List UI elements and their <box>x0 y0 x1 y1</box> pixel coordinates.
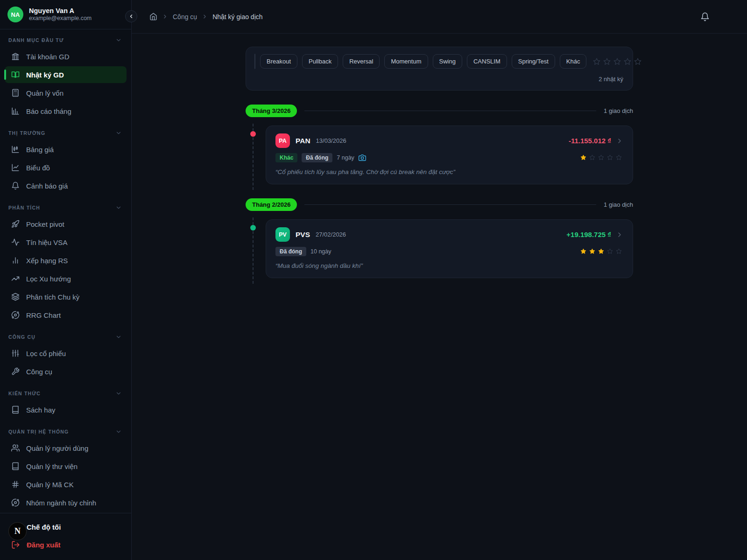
filter-pill-canslim[interactable]: CANSLIM <box>467 54 507 69</box>
month-badge: Tháng 3/2026 <box>246 105 297 117</box>
timeline-dot <box>250 131 256 137</box>
star-icon[interactable] <box>624 58 631 65</box>
home-icon[interactable] <box>149 13 157 21</box>
sidebar-item-t-n-hi-u-vsa[interactable]: Tín hiệu VSA <box>5 234 127 251</box>
sidebar-collapse-button[interactable] <box>125 10 137 22</box>
sidebar-section-header[interactable]: Thị trường <box>0 130 131 136</box>
sidebar-section-header[interactable]: Danh mục đầu tư <box>0 37 131 43</box>
sidebar-item-c-ng-c-[interactable]: Công cụ <box>5 363 127 380</box>
chevron-down-icon <box>115 204 122 211</box>
sidebar-item-b-ng-gi-[interactable]: Bảng giá <box>5 141 127 158</box>
chevron-right-icon[interactable] <box>616 231 623 238</box>
star-icon[interactable] <box>580 248 588 255</box>
filter-pill-pullback[interactable]: Pullback <box>302 54 338 69</box>
sidebar-item-ph-n-t-ch-chu-k-[interactable]: Phân tích Chu kỳ <box>5 288 127 305</box>
timeline-entry: PV PVS 27/02/2026 +19.198.725 ₫ Đã đóng … <box>246 219 633 278</box>
activity-icon <box>11 238 20 246</box>
sidebar-section-header[interactable]: Phân tích <box>0 204 131 211</box>
star-icon[interactable] <box>634 58 641 65</box>
chevron-down-icon <box>115 428 122 435</box>
sidebar-section-title: Thị trường <box>8 130 45 136</box>
sidebar-item-label: Pocket pivot <box>26 220 64 228</box>
strategy-tag-badge: Khác <box>275 153 297 162</box>
sidebar-item-qu-n-l-th-vi-n[interactable]: Quản lý thư viện <box>5 458 127 475</box>
sidebar-nav: Danh mục đầu tư Tài khoản GD Nhật ký GD … <box>0 29 131 513</box>
ticker-symbol: PAN <box>296 137 310 145</box>
layers-icon <box>11 293 20 301</box>
sliders-icon <box>11 349 20 357</box>
star-icon[interactable] <box>589 154 597 161</box>
sidebar-item-nh-m-ng-nh-t-y-ch-nh[interactable]: Nhóm ngành tùy chỉnh <box>5 494 127 511</box>
candlestick-icon <box>11 145 20 154</box>
sidebar-item-nh-t-k-gd[interactable]: Nhật ký GD <box>5 66 127 83</box>
sidebar-item-pocket-pivot[interactable]: Pocket pivot <box>5 216 127 232</box>
star-icon[interactable] <box>598 154 606 161</box>
sidebar-item-label: Phân tích Chu kỳ <box>26 293 79 301</box>
user-profile[interactable]: NA Nguyen Van A example@example.com <box>0 0 131 29</box>
filter-pill-swing[interactable]: Swing <box>433 54 462 69</box>
sidebar-item-b-o-c-o-th-ng[interactable]: Báo cáo tháng <box>5 103 127 119</box>
star-icon[interactable] <box>603 58 611 65</box>
star-icon[interactable] <box>580 154 588 161</box>
status-badge: Đã đóng <box>302 153 332 162</box>
star-icon[interactable] <box>598 248 606 255</box>
sidebar-item-s-ch-hay[interactable]: Sách hay <box>5 401 127 418</box>
tab-timeline[interactable]: Timeline <box>255 54 255 69</box>
sidebar: NA Nguyen Van A example@example.com Danh… <box>0 0 132 560</box>
sidebar-item-c-nh-b-o-gi-[interactable]: Cảnh báo giá <box>5 177 127 194</box>
ticker-avatar: PA <box>275 133 290 148</box>
star-icon[interactable] <box>589 248 597 255</box>
sidebar-section-header[interactable]: Kiến thức <box>0 390 131 397</box>
sidebar-item-rrg-chart[interactable]: RRG Chart <box>5 307 127 323</box>
star-icon[interactable] <box>616 248 623 255</box>
sidebar-item-label: Biểu đồ <box>26 164 50 172</box>
breadcrumb-item[interactable]: Công cụ <box>173 13 197 21</box>
trade-card-pan[interactable]: PA PAN 13/03/2026 -11.155.012 ₫ Khác Đã … <box>266 126 633 184</box>
sidebar-item-x-p-h-ng-rs[interactable]: Xếp hạng RS <box>5 252 127 269</box>
book-open-icon <box>11 70 20 79</box>
star-icon[interactable] <box>616 154 623 161</box>
sidebar-item-qu-n-l-v-n[interactable]: Quản lý vốn <box>5 84 127 101</box>
sidebar-section: Phân tích Pocket pivot Tín hiệu VSA Xếp … <box>0 204 131 323</box>
sidebar-item-label: Công cụ <box>26 368 52 376</box>
avatar: NA <box>7 7 23 22</box>
trade-note: “Mua đuổi sóng ngành dầu khí” <box>275 262 623 269</box>
month-divider <box>304 204 596 205</box>
filter-pill-momentum[interactable]: Momentum <box>384 54 428 69</box>
user-name: Nguyen Van A <box>29 7 92 15</box>
users-icon <box>11 444 20 452</box>
sidebar-item-label: Quản lý người dùng <box>26 444 88 452</box>
sidebar-item-bi-u-[interactable]: Biểu đồ <box>5 159 127 176</box>
star-icon[interactable] <box>607 154 614 161</box>
sidebar-item-label: Lọc cổ phiếu <box>26 350 66 357</box>
trade-date: 27/02/2026 <box>316 231 346 238</box>
breadcrumb-current: Nhật ký giao dịch <box>212 13 262 21</box>
trade-card-pvs[interactable]: PV PVS 27/02/2026 +19.198.725 ₫ Đã đóng … <box>266 219 633 278</box>
sidebar-section-header[interactable]: Công cụ <box>0 334 131 340</box>
sidebar-item-qu-n-l-m-ck[interactable]: Quản lý Mã CK <box>5 476 127 493</box>
chevron-right-icon[interactable] <box>616 137 623 145</box>
sidebar-item-label: Bảng giá <box>26 146 54 154</box>
sidebar-section: Danh mục đầu tư Tài khoản GD Nhật ký GD … <box>0 37 131 119</box>
sidebar-item-label: Cảnh báo giá <box>26 182 68 190</box>
filter-bar: Timeline Gallery Breakout Pullback Rever… <box>246 47 633 91</box>
sidebar-item-l-c-c-phi-u[interactable]: Lọc cổ phiếu <box>5 345 127 362</box>
star-icon[interactable] <box>613 58 621 65</box>
filter-pill-kh-c[interactable]: Khác <box>560 54 587 69</box>
timeline-dot <box>250 225 256 231</box>
sidebar-section-header[interactable]: Quản trị hệ thống <box>0 428 131 435</box>
bank-icon <box>11 52 20 61</box>
sidebar-item-qu-n-l-ng-i-d-ng[interactable]: Quản lý người dùng <box>5 440 127 456</box>
user-email: example@example.com <box>29 15 92 22</box>
filter-pill-breakout[interactable]: Breakout <box>260 54 297 69</box>
sidebar-item-l-c-xu-h-ng[interactable]: Lọc Xu hướng <box>5 270 127 287</box>
sidebar-item-t-i-kho-n-gd[interactable]: Tài khoản GD <box>5 48 127 65</box>
notifications-bell-icon[interactable] <box>700 12 710 21</box>
status-badge: Đã đóng <box>275 247 306 256</box>
filter-pill-spring-test[interactable]: Spring/Test <box>512 54 555 69</box>
star-icon[interactable] <box>607 248 614 255</box>
filter-pill-reversal[interactable]: Reversal <box>343 54 380 69</box>
star-icon[interactable] <box>593 58 600 65</box>
dev-tools-badge[interactable]: N <box>8 522 27 540</box>
filter-row: Timeline Gallery Breakout Pullback Rever… <box>254 54 624 69</box>
